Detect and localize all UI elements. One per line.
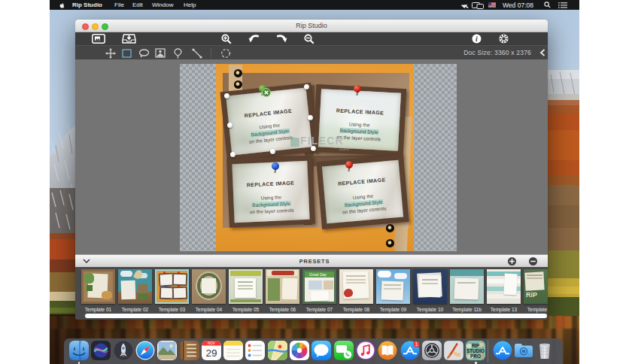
svg-text:STUDIO: STUDIO <box>466 348 485 353</box>
svg-text:1: 1 <box>415 341 418 347</box>
svg-text:i: i <box>476 35 478 43</box>
svg-text:RIP: RIP <box>472 343 480 348</box>
svg-text:PRO: PRO <box>470 353 481 359</box>
svg-text:29: 29 <box>205 347 217 359</box>
svg-text:NOV: NOV <box>208 341 215 345</box>
